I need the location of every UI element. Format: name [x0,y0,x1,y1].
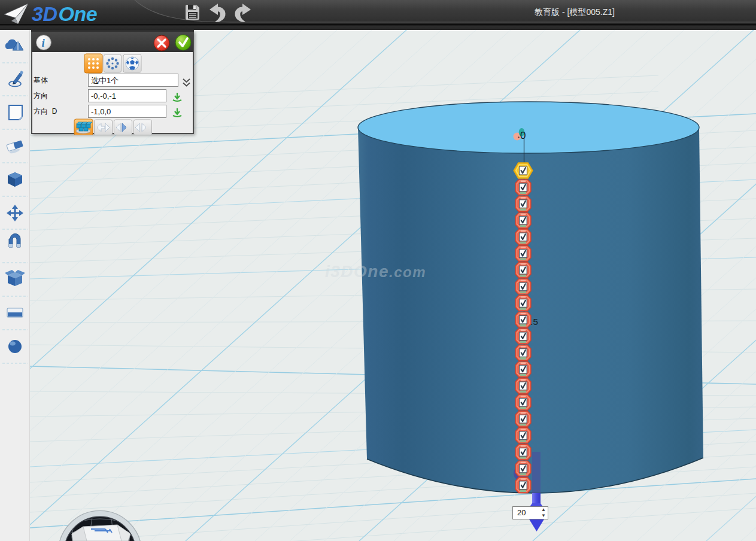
svg-text:3DOne: 3DOne [32,2,97,25]
svg-text:i3DOne.com: i3DOne.com [325,262,426,281]
svg-text:0: 0 [520,130,526,141]
svg-text:i: i [42,37,45,49]
